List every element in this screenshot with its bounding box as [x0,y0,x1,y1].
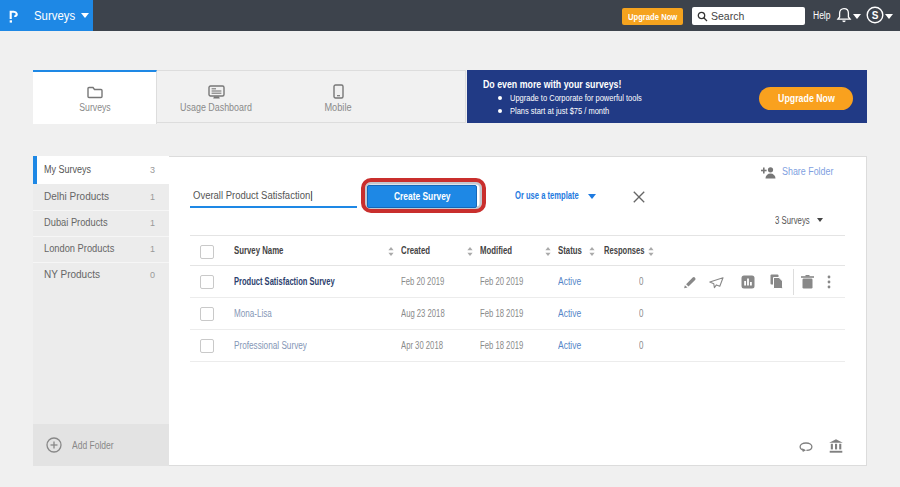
svg-text:S: S [872,10,879,21]
